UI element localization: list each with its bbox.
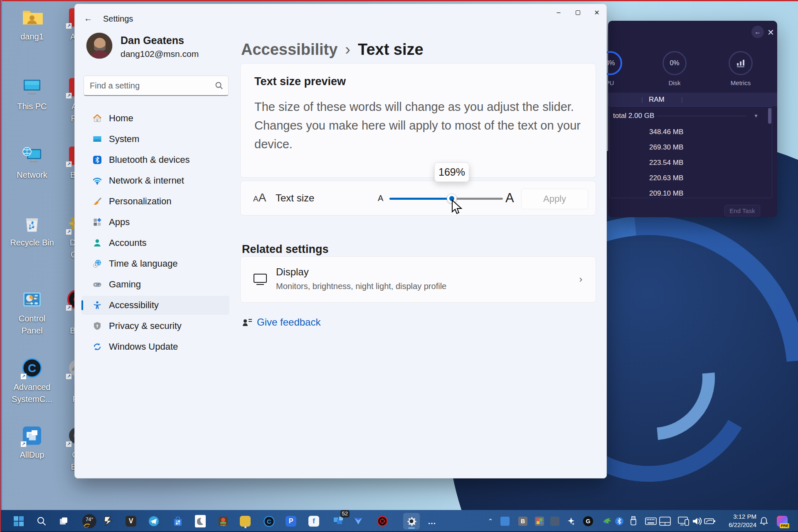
sidebar-item-label: Accessibility	[109, 300, 159, 311]
search-input[interactable]	[90, 76, 214, 95]
maximize-button[interactable]	[568, 4, 587, 21]
tray-g-app[interactable]: G	[580, 513, 596, 530]
memory-value: 269.30 MB	[649, 143, 683, 152]
updates-icon[interactable]: 52	[330, 513, 347, 530]
profile-name: Dan Geatens	[121, 34, 184, 47]
bar-chart-icon	[736, 59, 745, 67]
sidebar-item-label: System	[109, 134, 139, 145]
winamp-icon[interactable]	[100, 513, 116, 530]
tray-color-app[interactable]	[531, 513, 548, 530]
give-feedback-link[interactable]: Give feedback	[242, 316, 320, 328]
memory-value: 348.46 MB	[649, 128, 683, 136]
tray-spark-app[interactable]	[563, 513, 579, 530]
vivaldi-icon[interactable]: V	[123, 513, 139, 530]
avatar-photo	[86, 33, 113, 59]
close-button[interactable]: ✕	[587, 4, 606, 21]
privacy-icon	[92, 321, 102, 331]
sidebar-item-label: Network & internet	[109, 175, 184, 186]
network-places-icon	[21, 145, 43, 167]
apply-button[interactable]: Apply	[521, 189, 588, 209]
control-panel-icon	[21, 289, 43, 310]
sidebar-item-system[interactable]: System	[81, 130, 229, 149]
triangle-app-icon[interactable]	[350, 513, 367, 530]
breadcrumb-parent[interactable]: Accessibility	[241, 41, 337, 58]
window-title: Settings	[103, 14, 133, 24]
metrics-gauge	[729, 51, 753, 75]
origin-game-icon[interactable]: origin	[215, 513, 232, 530]
shortcut-arrow-icon: ↗	[66, 23, 72, 29]
update-count-badge: 52	[340, 510, 350, 517]
tray-blue-app[interactable]	[497, 513, 513, 530]
tm-total-ram: total 2.00 GB	[613, 112, 654, 120]
sidebar-item-time-language[interactable]: Time & language	[81, 254, 229, 273]
sidebar-item-privacy-security[interactable]: Privacy & security	[81, 316, 229, 336]
end-task-button[interactable]: End Task	[724, 205, 760, 216]
insider-pre-icon[interactable]: PRE	[774, 513, 791, 530]
crescent-app-icon[interactable]	[192, 513, 209, 530]
back-button[interactable]: ←	[81, 12, 96, 25]
tm-close-button[interactable]: ✕	[767, 27, 774, 37]
sidebar-item-network-internet[interactable]: Network & internet	[81, 171, 229, 190]
search-icon	[215, 81, 223, 90]
sidebar-item-label: Personalization	[109, 196, 171, 207]
metrics-gauge-label: Metrics	[722, 79, 759, 86]
task-manager-window: ← ✕ 8% PU 0% Disk Metrics | RAM | total …	[608, 21, 777, 217]
disk-gauge-label: Disk	[656, 79, 693, 86]
notifications-bell-icon[interactable]	[756, 513, 772, 530]
search-button[interactable]	[33, 513, 50, 530]
red-emblem-icon[interactable]	[374, 513, 391, 530]
hidden-icons-chevron[interactable]: ⌃	[482, 513, 499, 530]
avatar[interactable]	[86, 32, 113, 59]
task-view-button[interactable]	[55, 513, 72, 530]
settings-gear-icon[interactable]	[403, 513, 420, 530]
taskbar-clock[interactable]: 3:12 PM 6/22/2024	[729, 512, 756, 529]
screen-border-top	[0, 0, 798, 1]
p-app-icon[interactable]: P	[283, 513, 299, 530]
sidebar-item-windows-update[interactable]: Windows Update	[81, 337, 229, 356]
sidebar-item-home[interactable]: Home	[81, 109, 229, 128]
usb-icon[interactable]	[625, 513, 642, 530]
settings-window: ← Settings – ✕ Dan Geatens dang102@msn.c…	[74, 4, 607, 478]
slider-label: Text size	[276, 192, 314, 204]
battery-icon[interactable]	[702, 513, 718, 530]
tm-tab-ram[interactable]: RAM	[649, 96, 665, 104]
user-folder-icon	[21, 7, 43, 28]
alldup-icon: ↗	[21, 425, 43, 446]
tray-slate-app[interactable]	[547, 513, 563, 530]
text-size-slider[interactable]	[389, 198, 503, 200]
advanced-systemcare-icon: C↗	[21, 357, 43, 379]
display-settings-card[interactable]: Display Monitors, brightness, night ligh…	[240, 256, 596, 303]
fx-app-icon[interactable]: f	[305, 513, 322, 530]
shortcut-arrow-icon: ↗	[66, 305, 72, 311]
display-card-subtitle: Monitors, brightness, night light, displ…	[276, 282, 446, 291]
tm-back-button[interactable]: ←	[751, 26, 764, 38]
taskbar-overflow[interactable]: …	[424, 513, 441, 530]
tray-b-app[interactable]: B	[515, 513, 531, 530]
minimize-button[interactable]: –	[549, 4, 568, 21]
sidebar-item-label: Home	[109, 113, 133, 124]
sidebar-item-accounts[interactable]: Accounts	[81, 233, 229, 253]
memory-value: 220.63 MB	[649, 174, 683, 182]
sidebar-item-bluetooth-devices[interactable]: Bluetooth & devices	[81, 150, 229, 169]
shortcut-arrow-icon: ↗	[66, 441, 72, 447]
telegram-icon[interactable]	[145, 513, 162, 530]
systemcare-icon[interactable]: C	[261, 513, 277, 530]
store-icon[interactable]	[170, 513, 186, 530]
text-size-preview-card: Text size preview The size of these word…	[240, 63, 596, 178]
weather-widget[interactable]: 74°	[81, 513, 98, 530]
chevron-right-icon: ›	[579, 274, 582, 285]
sidebar-item-label: Apps	[109, 217, 130, 228]
yellow-app-icon[interactable]	[237, 513, 254, 530]
shortcut-arrow-icon: ↗	[20, 441, 27, 447]
tm-scrollbar[interactable]	[768, 108, 771, 124]
tm-dropdown-caret[interactable]: ▼	[754, 113, 759, 119]
sidebar-item-personalization[interactable]: Personalization	[81, 192, 229, 211]
touchpad-icon[interactable]	[657, 513, 673, 530]
sidebar-item-apps[interactable]: Apps	[81, 213, 229, 232]
sidebar-item-gaming[interactable]: Gaming	[81, 275, 229, 294]
gaming-icon	[92, 279, 102, 289]
bluetooth-icon	[92, 155, 102, 165]
start-button[interactable]	[10, 513, 27, 530]
sidebar-item-accessibility[interactable]: Accessibility	[81, 296, 229, 315]
search-box[interactable]	[84, 76, 229, 96]
